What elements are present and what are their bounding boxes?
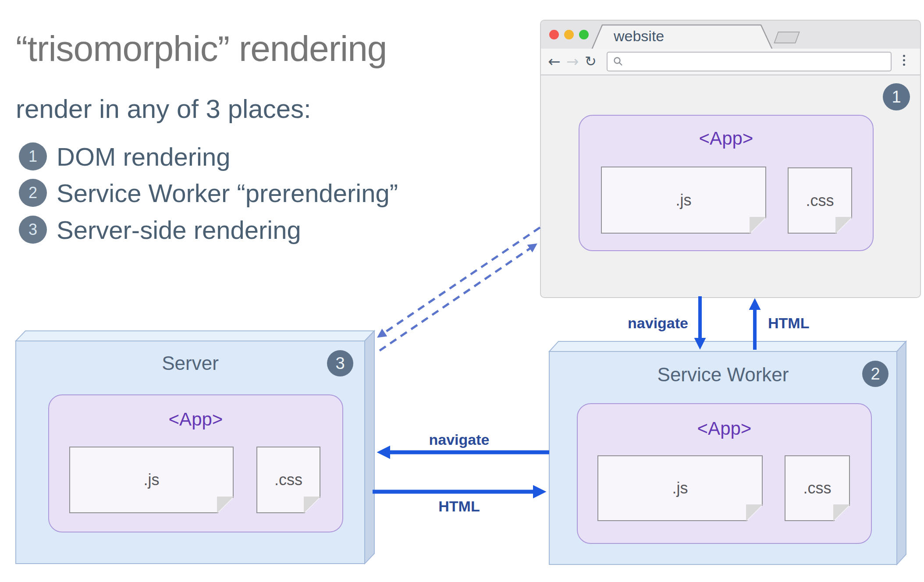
forward-icon[interactable]: → <box>566 53 579 70</box>
service-worker-box-right-face <box>897 341 906 564</box>
step-badge-browser: 1 <box>883 83 910 110</box>
flow-label-html-right: HTML <box>394 498 524 515</box>
legend-badge-2: 2 <box>19 179 47 207</box>
service-worker-js-file-label: .js <box>672 479 688 497</box>
server-js-file: .js <box>69 447 234 513</box>
legend-label-2: Service Worker “prerendering” <box>57 178 398 208</box>
browser-app-label: <App> <box>579 128 874 149</box>
dashed-arrow-browser-to-server <box>383 227 540 334</box>
browser-tab[interactable] <box>541 21 813 50</box>
dashed-arrow-server-to-browser <box>380 248 531 351</box>
service-worker-app-label: <App> <box>577 418 872 439</box>
service-worker-box-top-face <box>549 341 906 351</box>
legend-item-service-worker: 2 Service Worker “prerendering” <box>19 179 398 207</box>
search-icon <box>613 56 623 67</box>
step-badge-server: 3 <box>327 350 353 376</box>
legend-item-server-side: 3 Server-side rendering <box>19 216 301 244</box>
flow-label-html-up: HTML <box>768 315 809 332</box>
server-css-file-label: .css <box>274 471 302 489</box>
back-icon[interactable]: ← <box>548 53 561 70</box>
server-app-label: <App> <box>48 409 343 430</box>
browser-js-file: .js <box>601 167 766 234</box>
server-css-file: .css <box>256 447 320 513</box>
browser-menu-icon[interactable] <box>903 55 905 66</box>
browser-css-file-label: .css <box>806 192 834 210</box>
legend-label-3: Server-side rendering <box>57 215 301 245</box>
flow-label-navigate-down: navigate <box>583 315 688 332</box>
legend-item-dom: 1 DOM rendering <box>19 142 230 170</box>
legend-badge-1: 1 <box>19 142 47 170</box>
service-worker-title: Service Worker <box>549 364 897 386</box>
server-js-file-label: .js <box>144 471 160 489</box>
server-box-right-face <box>365 331 374 564</box>
step-badge-service-worker: 2 <box>862 361 888 387</box>
legend-label-1: DOM rendering <box>57 142 230 171</box>
service-worker-js-file: .js <box>597 455 763 521</box>
page-subtitle: render in any of 3 places: <box>16 94 311 124</box>
page-title: “trisomorphic” rendering <box>16 29 387 68</box>
address-bar[interactable] <box>607 52 892 71</box>
flow-label-navigate-left: navigate <box>394 431 524 448</box>
legend-badge-3: 3 <box>19 216 47 244</box>
browser-js-file-label: .js <box>676 191 692 209</box>
reload-icon[interactable]: ↻ <box>585 53 597 70</box>
browser-toolbar: ← → ↻ <box>541 49 920 75</box>
browser-css-file: .css <box>788 167 852 234</box>
server-title: Server <box>16 352 365 374</box>
service-worker-css-file: .css <box>785 455 850 521</box>
new-tab-button[interactable] <box>774 32 800 43</box>
service-worker-css-file-label: .css <box>803 479 831 497</box>
trisomorphic-rendering-diagram: “trisomorphic” rendering render in any o… <box>0 0 924 582</box>
tab-title: website <box>614 28 664 45</box>
server-box-top-face <box>16 331 374 341</box>
